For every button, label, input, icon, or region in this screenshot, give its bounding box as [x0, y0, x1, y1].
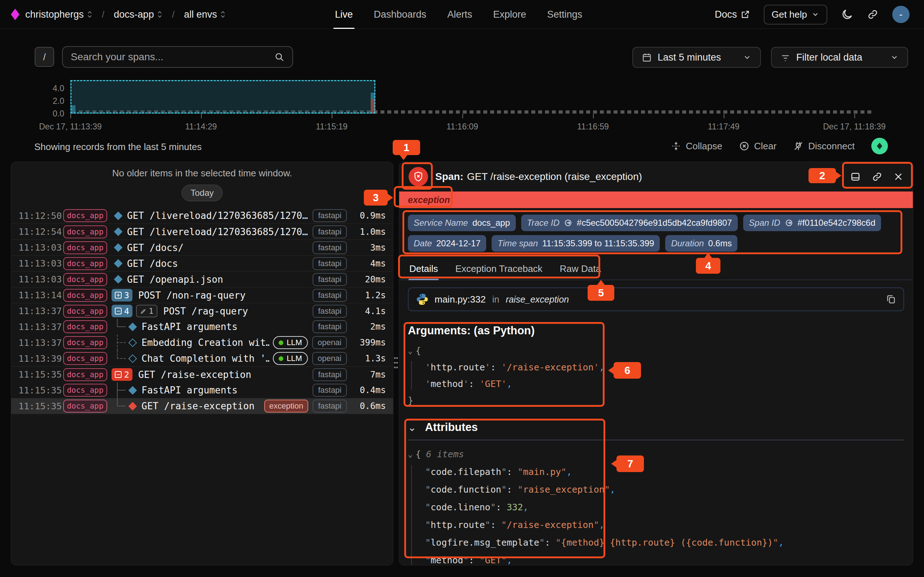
clear-button[interactable]: Clear [739, 141, 776, 152]
tree-connector [111, 335, 129, 351]
nav-item-explore[interactable]: Explore [493, 0, 526, 29]
x-tick-label: 11:16:59 [577, 122, 609, 132]
span-duration: 0.6ms [347, 401, 393, 411]
scope-badge: fastapi [313, 209, 347, 222]
service-badge: docs_app [63, 384, 107, 397]
code-location: main.py:332 in raise_exception [408, 287, 904, 311]
filter-label: Filter local data [796, 52, 862, 63]
connector-line [117, 358, 126, 359]
x-tick-mark [593, 114, 594, 118]
service-badge: docs_app [63, 257, 107, 270]
scope-badge: fastapi [313, 305, 347, 318]
filter-local-data-button[interactable]: Filter local data [771, 47, 908, 68]
logfire-logo-icon [11, 9, 19, 20]
span-count-badge[interactable]: +3 [111, 289, 132, 301]
clear-circle-x-icon [739, 141, 750, 152]
code-line: } [408, 392, 904, 409]
arguments-code: ⌄{'http.route': '/raise-exception','meth… [408, 342, 904, 409]
span-row[interactable]: 11:15:35docs_appGET /raise-exception …ex… [11, 398, 393, 414]
scope-badge: fastapi [313, 368, 347, 381]
chart-selection-window[interactable] [70, 80, 375, 114]
code-line: "code.function": "raise_exception", [408, 481, 904, 498]
breadcrumb-project[interactable]: docs-app [114, 9, 162, 20]
nav-item-dashboards[interactable]: Dashboards [374, 0, 426, 29]
span-duration: 20ms [347, 274, 393, 285]
today-button[interactable]: Today [181, 185, 223, 201]
metadata-chip-time-span: Time span11:15:35.399 to 11:15:35.399 [492, 235, 660, 252]
timeline-chart[interactable] [70, 80, 874, 114]
nav-item-live[interactable]: Live [335, 0, 353, 29]
span-duration: 4.1s [347, 306, 393, 316]
connector-line [117, 406, 126, 406]
span-row[interactable]: 11:15:35docs_app−2GET /raise-exceptionfa… [11, 366, 393, 382]
tab-details[interactable]: Details [409, 259, 439, 279]
code-line: "logfire.msg_template": "{method} {http.… [408, 534, 904, 551]
dock-panel-button[interactable] [850, 171, 861, 182]
code-function-name: raise_exception [506, 294, 880, 305]
disconnect-label: Disconnect [808, 141, 855, 152]
exception-badge: exception [264, 400, 308, 413]
x-tick-mark [724, 114, 724, 118]
span-row[interactable]: 11:13:39docs_appChat Completion with '…L… [11, 351, 393, 366]
breadcrumb-env[interactable]: all envs [184, 9, 226, 20]
time-range-button[interactable]: Last 5 minutes [632, 47, 761, 68]
span-time: 11:15:35 [11, 401, 57, 411]
span-name: POST /non-rag-query [138, 290, 308, 301]
disconnect-button[interactable]: Disconnect [793, 141, 855, 152]
collapse-minus-icon: − [115, 308, 122, 314]
span-row[interactable]: 11:15:35docs_appFastAPI argumentsfastapi… [11, 382, 393, 398]
search-shortcut-key: / [35, 47, 54, 67]
tab-raw-data[interactable]: Raw Data [559, 259, 602, 279]
attributes-heading: Attributes [425, 421, 478, 434]
span-row[interactable]: 11:12:50docs_appGET /livereload/12703636… [11, 208, 393, 224]
span-tree [111, 319, 136, 335]
get-help-button[interactable]: Get help [764, 5, 827, 24]
span-count-badge[interactable]: −4 [111, 305, 132, 318]
nav-item-settings[interactable]: Settings [547, 0, 583, 29]
chip-label: Date [414, 239, 432, 248]
docs-link[interactable]: Docs [715, 9, 750, 20]
span-name: FastAPI arguments [142, 385, 308, 396]
chevron-down-icon: ⌄ [408, 422, 416, 434]
live-indicator-button[interactable] [871, 138, 888, 154]
breadcrumb-org-label: christophergs [25, 9, 84, 20]
service-badge: docs_app [63, 273, 107, 286]
span-row[interactable]: 11:13:37docs_appFastAPI argumentsfastapi… [11, 319, 393, 335]
code-line: "method": "GET", [408, 551, 904, 566]
close-panel-button[interactable] [893, 172, 903, 182]
share-link-button[interactable] [867, 9, 879, 20]
indent-guide [411, 361, 412, 390]
panel-resize-handle[interactable] [393, 355, 399, 372]
span-row[interactable]: 11:13:03docs_appGET /docs/fastapi3ms [11, 239, 393, 255]
attributes-header[interactable]: ⌄ Attributes [408, 421, 904, 434]
span-row[interactable]: 11:13:37docs_appEmbedding Creation wit…L… [11, 335, 393, 351]
connector-line [117, 326, 126, 327]
chip-label: Service Name [414, 218, 468, 228]
span-row[interactable]: 11:12:54docs_appGET /livereload/12703636… [11, 224, 393, 239]
collapse-icon [670, 141, 682, 152]
tree-connector [111, 351, 129, 366]
collapse-button[interactable]: Collapse [670, 141, 722, 152]
breadcrumb-org[interactable]: christophergs [25, 9, 92, 20]
breadcrumb-project-label: docs-app [114, 9, 154, 20]
copy-link-button[interactable] [872, 171, 882, 182]
span-row[interactable]: 11:13:37docs_app−41POST /rag-queryfastap… [11, 303, 393, 319]
code-file-line: main.py:332 [435, 294, 486, 305]
span-row[interactable]: 11:13:03docs_appGET /docsfastapi4ms [11, 255, 393, 271]
x-tick-label: 11:14:29 [185, 122, 217, 132]
search-input[interactable] [71, 51, 269, 63]
copy-button[interactable] [885, 294, 896, 305]
attributes-section: ⌄ Attributes ⌄{6 items"code.filepath": "… [408, 421, 904, 566]
span-row[interactable]: 11:13:14docs_app+3POST /non-rag-queryfas… [11, 287, 393, 303]
x-tick-mark [462, 114, 463, 118]
span-row[interactable]: 11:13:03docs_appGET /openapi.jsonfastapi… [11, 271, 393, 287]
dark-mode-toggle[interactable] [841, 8, 853, 21]
span-time: 11:15:35 [11, 369, 57, 380]
span-count-badge[interactable]: −2 [111, 368, 132, 381]
tab-exception-traceback[interactable]: Exception Traceback [454, 259, 543, 279]
nav-item-alerts[interactable]: Alerts [447, 0, 472, 29]
chip-value: docs_app [472, 218, 510, 228]
user-avatar[interactable]: - [892, 6, 909, 23]
chevron-down-icon [743, 53, 751, 62]
breadcrumb-separator: / [172, 9, 174, 20]
